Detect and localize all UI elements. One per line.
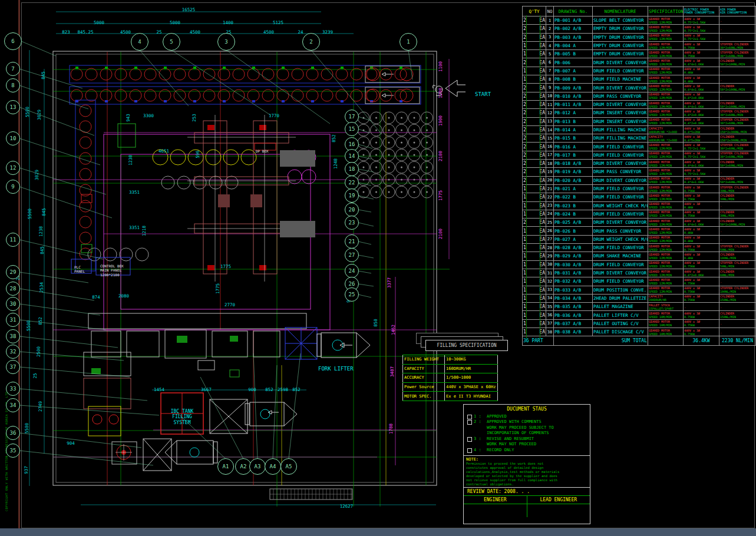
- parts-row: 2EA 14 PB-014 A DRUM FILLING MACHINE CAP…: [523, 125, 756, 134]
- dimension-label: 25: [33, 373, 38, 378]
- dimension-label: 2598: [278, 388, 288, 392]
- dimension-label: 5125: [273, 21, 283, 25]
- document-status-line: 3 : REVISE AND RESUBMIT: [467, 436, 587, 442]
- dimension-label: 4500: [263, 30, 274, 35]
- dimension-label: 943: [126, 114, 131, 122]
- balloon-callout: 18: [345, 162, 359, 176]
- qty-column-guide-line-2: [540, 15, 540, 338]
- note-section: NOTE: Permission to proceed the work doe…: [464, 455, 590, 487]
- document-status-line: 2 : APPROVED WITH COMMENTS: [467, 419, 587, 425]
- filling-spec-row: Power Source 440V x 3PHASE x 60Hz: [403, 382, 498, 392]
- balloon-callout: A4: [265, 458, 281, 475]
- dimension-label: 3300: [143, 114, 154, 118]
- dimension-label: 852: [265, 388, 273, 392]
- parts-row: 1EA 29 PB-029 A/B DRUM SHAKE MACHINE GEA…: [523, 252, 756, 260]
- balloon-callout: 14: [345, 149, 359, 163]
- filling-spec-row: ACCURACY 1/500~1000: [403, 373, 498, 383]
- parts-row: 1EA 8 PB-008 B DRUM FIELD MACHINE GEARED…: [523, 75, 756, 84]
- parts-sum-row: 36 PART SUM TOTAL 36.4KW 2230 NL/MIN: [523, 336, 756, 346]
- dimension-label: 1775: [438, 190, 443, 201]
- dimension-label: 2080: [118, 294, 129, 299]
- parts-row: 2EA 16 PB-016 A DRUM FIELD CONVEYOR GEAR…: [523, 143, 756, 151]
- parts-row: 1EA 31 PB-031 A/B DRUM DIVERT CONVEYOR G…: [523, 269, 756, 277]
- dimension-label: 25: [156, 30, 161, 35]
- document-status-line: WORK MAY PROCEED SUBJECT TO: [467, 425, 587, 431]
- balloon-callout: 32: [6, 345, 20, 359]
- dimension-label: 2100: [438, 229, 443, 239]
- plan-label: CONTROL BOX MAIN PANEL 1200*2100: [100, 260, 124, 277]
- parts-row: 2EA 19 PB-019 A/B DRUM PASS CONVEYOR GEA…: [523, 168, 756, 176]
- parts-row: 1EA 28 PB-028 A/B DRUM FIELD CONVEYOR GE…: [523, 244, 756, 252]
- plan-drawing: [0, 0, 466, 536]
- qty-column-guide-line: [526, 15, 527, 338]
- parts-row: 1EA 24 PB-024 B DRUM FIELD CONVEYOR GEAR…: [523, 210, 756, 218]
- balloon-callout: A5: [280, 458, 297, 475]
- document-status-title: DUCUMENT STAUS: [464, 406, 590, 412]
- dimension-label: 845: [42, 208, 47, 216]
- balloon-callout: 3: [217, 33, 235, 51]
- col-no: NO: [546, 6, 554, 16]
- document-status-line: 1 : APPROVED: [467, 414, 587, 419]
- engineer-header-row: ENGINEER LEAD ENGINEER: [464, 495, 590, 504]
- parts-row: 1EA 37 PB-037 A/B PALLET OUTING C/V GEAR…: [523, 319, 756, 327]
- balloon-callout: 38: [6, 329, 20, 343]
- note-line: constitutes approval of detailed design: [466, 466, 587, 470]
- col-qty: Q'TY: [523, 6, 546, 16]
- dimension-label: 5500: [28, 209, 32, 219]
- balloon-callout: 7: [6, 62, 20, 76]
- balloon-callout: 34: [6, 398, 20, 412]
- dimension-label: 3351: [129, 226, 140, 230]
- dimension-label: 1248: [334, 158, 338, 169]
- balloon-callout: 25: [345, 287, 359, 302]
- col-nomenclature: NOMENCLATURE: [593, 6, 648, 16]
- dimension-label: 4500: [120, 30, 131, 35]
- dimension-label: 1218: [142, 226, 147, 236]
- parts-row: 1EA 38 PB-038 A/B PALLET DISCHAGE C/V GE…: [523, 327, 756, 336]
- parts-row: 2EA 6 PB-006 DRUM DIVERT CONVEYOR GEARED…: [523, 58, 756, 67]
- balloon-callout: 12: [6, 161, 20, 175]
- dimension-label: 900: [248, 388, 256, 392]
- dimension-label: 12627: [340, 504, 354, 509]
- dimension-label: 3487: [390, 366, 395, 377]
- dimension-label: 1200: [438, 88, 443, 98]
- col-specification: SPECIFICATION: [648, 6, 684, 16]
- dimension-label: 1100: [438, 61, 443, 72]
- balloon-callout: 29: [6, 265, 20, 279]
- dimension-label: 1454: [154, 388, 164, 392]
- filling-spec-row: FILLING WEIGHT 10~300KG: [403, 355, 498, 365]
- review-date: REVIEW DATE: 2008. . .: [464, 487, 590, 495]
- parts-row: 1EA 33 PB-033 A/B DRUM POSITION CONVE. G…: [523, 286, 756, 294]
- balloon-callout: 31: [6, 313, 20, 327]
- dimension-label: 3351: [129, 190, 140, 195]
- parts-row: 2EA 11 PB-011 A/B DRUM DIVERT CONVEYOR G…: [523, 100, 756, 108]
- bottom-left-machinery: [84, 352, 137, 464]
- note-line: calculations,Analysis,test methods or ma…: [466, 470, 587, 474]
- dimension-label: 5500: [25, 107, 30, 117]
- filling-spec-title: FILLING SPECIFICATION: [425, 340, 508, 351]
- parts-row: 2EA 17 PB-017 B DRUM FIELD CONVEYOR GEAR…: [523, 151, 756, 159]
- parts-row: 1EA 5 PB-005 B EMPTY DRUM CONVEYOR GEARE…: [523, 50, 756, 58]
- parts-row: 2EA 9 PB-009 A/B DRUM DIVERT CONVEYOR GE…: [523, 84, 756, 92]
- dimension-label: 852: [38, 317, 43, 325]
- balloon-callout: 27: [345, 248, 359, 262]
- dimension-label: 852: [292, 388, 301, 392]
- parts-row: 2EA 18 PB-018 A/B DRUM DIVERT CONVEYOR G…: [523, 160, 756, 168]
- balloon-callout: 33: [6, 382, 20, 396]
- dimension-label: 3667: [201, 388, 212, 392]
- dimension-label: 5000: [94, 21, 104, 25]
- dimension-label: 5000: [170, 21, 180, 25]
- note-line: developed or selected by the supplier an…: [466, 474, 587, 478]
- dimension-label: 874: [92, 295, 100, 300]
- parts-count: 36 PART: [523, 336, 554, 346]
- balloon-callout: 6: [4, 32, 22, 50]
- parts-row: 2EA 3 PB-003 A/B EMPTY DRUM CONVEYOR GEA…: [523, 33, 756, 41]
- balloon-callout: 5: [163, 33, 180, 51]
- conveyor-drums: [71, 67, 413, 261]
- parts-row: 1EA 4 PB-004 A EMPTY DRUM CONVEYOR GEARE…: [523, 41, 756, 49]
- parts-list-table: Q'TY NO DRAWING No. NOMENCLATURE SPECIFI…: [522, 6, 756, 346]
- col-air-power: AIR POWER AIR CONSUMPTION: [719, 6, 756, 16]
- central-machinery: [187, 115, 315, 282]
- parts-row: 1EA 34 PB-034 A/B 2HEAD DRUM PALLETIZE. …: [523, 294, 756, 302]
- dimension-label: 5500: [27, 320, 31, 331]
- dimension-label: 4500: [190, 30, 200, 35]
